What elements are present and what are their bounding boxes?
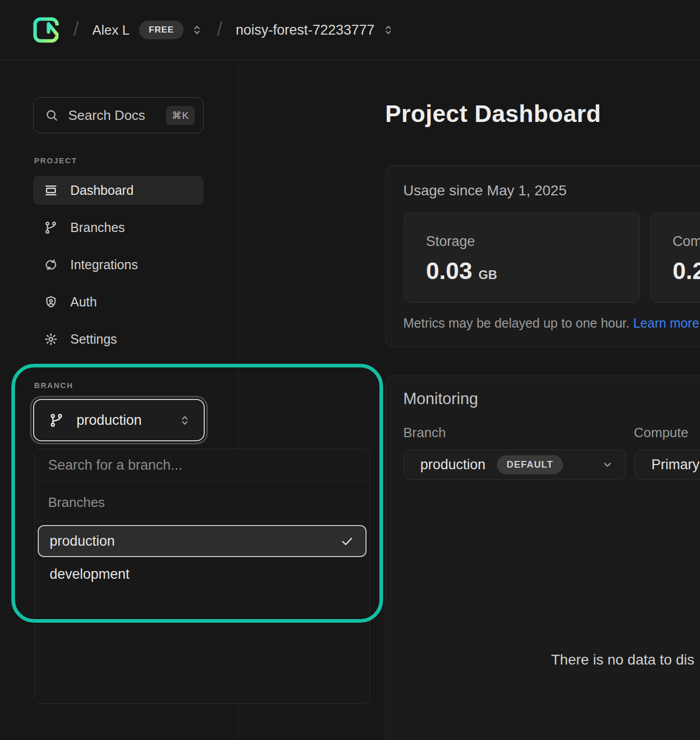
monitoring-card: Monitoring Branch production DEFAULT Com… [385, 376, 700, 740]
monitoring-title: Monitoring [403, 390, 478, 408]
learn-more-link[interactable]: Learn more [633, 316, 699, 330]
breadcrumb-slash: / [217, 18, 222, 40]
sidebar-item-label: Branches [70, 220, 125, 235]
page-title: Project Dashboard [385, 100, 601, 128]
branch-selector-value: production [77, 412, 178, 428]
metric-value: 0.03 [426, 257, 473, 285]
compute-metric-card: Compute 0.2 [650, 212, 700, 303]
search-icon [44, 108, 59, 122]
sidebar-item-label: Integrations [70, 257, 138, 272]
sidebar-item-auth[interactable]: Auth [33, 287, 204, 316]
git-branch-icon [44, 221, 58, 235]
default-badge: DEFAULT [497, 455, 563, 474]
branch-option-list: production development [35, 521, 370, 593]
plan-badge: FREE [139, 21, 184, 39]
command-k-shortcut: ⌘K [166, 106, 195, 125]
search-docs-label: Search Docs [68, 107, 166, 124]
project-switcher-chevron-updown-icon[interactable] [382, 24, 394, 36]
branch-option-production[interactable]: production [38, 525, 367, 557]
sidebar-item-label: Settings [70, 332, 117, 347]
dashboard-icon [44, 183, 58, 197]
metric-label: Storage [426, 234, 640, 250]
sidebar-item-label: Dashboard [70, 183, 133, 198]
sidebar-item-dashboard[interactable]: Dashboard [33, 176, 204, 205]
metric-value: 0.2 [673, 257, 700, 285]
neon-logo[interactable] [32, 16, 60, 44]
sidebar-item-integrations[interactable]: Integrations [33, 250, 204, 279]
branch-field-label: Branch [403, 425, 446, 441]
check-icon [340, 534, 354, 548]
branch-option-development[interactable]: development [38, 558, 367, 590]
breadcrumb-slash: / [73, 18, 79, 40]
shield-user-icon [44, 295, 58, 309]
monitoring-compute-select[interactable]: Primary [635, 450, 700, 480]
usage-card-title: Usage since May 1, 2025 [403, 182, 567, 199]
chevron-down-icon [601, 458, 614, 471]
section-label-project: PROJECT [34, 156, 77, 165]
usage-card: Usage since May 1, 2025 Storage 0.03 GB … [385, 165, 700, 347]
metric-label: Compute [673, 234, 700, 250]
project-name[interactable]: noisy-forest-72233777 [236, 22, 375, 38]
top-bar: / Alex L FREE / noisy-forest-72233777 [0, 0, 700, 60]
org-switcher-chevron-updown-icon[interactable] [191, 24, 203, 36]
sidebar-item-settings[interactable]: Settings [33, 325, 204, 353]
sidebar-item-label: Auth [70, 295, 97, 310]
branch-search-input[interactable] [35, 449, 370, 482]
monitoring-branch-select[interactable]: production DEFAULT [404, 450, 626, 480]
branch-group-label: Branches [35, 482, 370, 521]
chevron-updown-icon [178, 414, 191, 427]
git-branch-icon [49, 413, 64, 428]
org-name[interactable]: Alex L [93, 22, 130, 38]
compute-field-label: Compute [634, 425, 689, 441]
gear-icon [44, 332, 58, 346]
search-docs-button[interactable]: Search Docs ⌘K [33, 97, 204, 133]
branch-selector-trigger[interactable]: production [33, 399, 205, 441]
integrations-icon [44, 258, 58, 272]
no-data-message: There is no data to dis [551, 652, 694, 668]
metrics-delay-note: Metrics may be delayed up to one hour. L… [403, 316, 699, 331]
project-nav: Dashboard Branches Integrations [33, 176, 204, 353]
branch-dropdown-panel: Branches production development [34, 449, 370, 704]
storage-metric-card: Storage 0.03 GB [404, 212, 640, 303]
neon-console-screen: / Alex L FREE / noisy-forest-72233777 Se… [0, 0, 700, 740]
section-label-branch: BRANCH [34, 381, 73, 390]
metric-unit: GB [479, 268, 497, 282]
sidebar-item-branches[interactable]: Branches [33, 213, 204, 242]
